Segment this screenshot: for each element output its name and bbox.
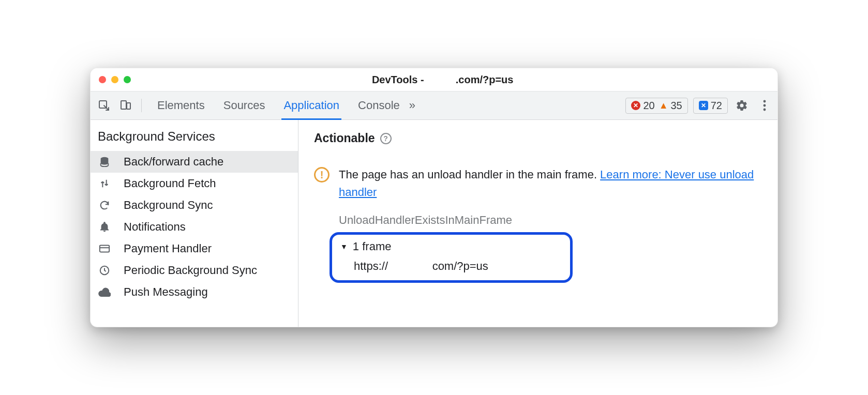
sidebar-item-notifications[interactable]: Notifications xyxy=(91,216,298,238)
window-titlebar: DevTools - .com/?p=us xyxy=(91,68,777,91)
inspect-element-icon[interactable] xyxy=(95,96,113,115)
zoom-window-button[interactable] xyxy=(124,76,131,83)
warning-message: The page has an unload handler in the ma… xyxy=(339,168,600,181)
warning-icon: ▲ xyxy=(659,100,668,111)
devtools-window: DevTools - .com/?p=us Elements Sources A… xyxy=(90,68,778,327)
svg-point-3 xyxy=(764,100,766,103)
section-title-text: Actionable xyxy=(314,131,375,145)
card-icon xyxy=(98,242,111,255)
sidebar-item-label: Periodic Background Sync xyxy=(124,264,257,277)
sidebar-section-title: Background Services xyxy=(91,125,298,151)
disclosure-triangle-icon: ▼ xyxy=(340,242,348,251)
issues-button[interactable]: ✕ 72 xyxy=(693,98,728,114)
panel-body: Background Services Back/forward cache B… xyxy=(91,120,777,327)
close-window-button[interactable] xyxy=(99,76,106,83)
svg-point-5 xyxy=(764,109,766,111)
cloud-icon xyxy=(98,285,111,299)
tab-console[interactable]: Console xyxy=(356,92,402,120)
help-icon[interactable]: ? xyxy=(380,133,392,144)
sidebar-item-push-messaging[interactable]: Push Messaging xyxy=(91,281,298,303)
more-tabs-icon[interactable]: » xyxy=(409,99,415,112)
warning-count: ▲ 35 xyxy=(659,100,682,112)
device-toolbar-icon[interactable] xyxy=(116,96,135,115)
warning-text: The page has an unload handler in the ma… xyxy=(339,166,762,201)
toolbar-right-group: ✕ 20 ▲ 35 ✕ 72 xyxy=(625,98,773,114)
database-icon xyxy=(98,155,111,169)
frames-summary-text: 1 frame xyxy=(353,240,392,253)
sidebar-item-label: Push Messaging xyxy=(124,285,208,299)
svg-point-4 xyxy=(764,104,766,107)
svg-rect-7 xyxy=(100,246,109,252)
reason-identifier: UnloadHandlerExistsInMainFrame xyxy=(339,214,762,227)
sidebar-item-payment-handler[interactable]: Payment Handler xyxy=(91,238,298,260)
tab-application[interactable]: Application xyxy=(281,92,341,120)
sidebar-item-label: Notifications xyxy=(124,220,186,234)
issues-icon: ✕ xyxy=(699,101,708,110)
error-count-value: 20 xyxy=(643,100,654,112)
console-counts-button[interactable]: ✕ 20 ▲ 35 xyxy=(625,98,687,114)
warning-circle-icon: ! xyxy=(314,167,330,183)
sidebar-item-background-fetch[interactable]: Background Fetch xyxy=(91,173,298,194)
section-title: Actionable ? xyxy=(314,131,762,145)
warning-row: ! The page has an unload handler in the … xyxy=(314,166,762,201)
frames-disclosure[interactable]: ▼ 1 frame xyxy=(340,240,560,253)
clock-icon xyxy=(98,264,111,277)
frames-highlight-box: ▼ 1 frame https:// com/?p=us xyxy=(330,232,573,283)
frame-url[interactable]: https:// com/?p=us xyxy=(354,260,560,273)
sync-icon xyxy=(98,199,111,212)
application-sidebar: Background Services Back/forward cache B… xyxy=(91,120,298,327)
sidebar-item-periodic-background-sync[interactable]: Periodic Background Sync xyxy=(91,260,298,281)
error-count: ✕ 20 xyxy=(631,100,654,112)
sidebar-item-label: Back/forward cache xyxy=(124,155,223,169)
svg-rect-1 xyxy=(121,101,126,109)
sidebar-item-back-forward-cache[interactable]: Back/forward cache xyxy=(91,151,298,173)
toolbar-separator xyxy=(141,99,142,112)
tab-elements[interactable]: Elements xyxy=(155,92,207,120)
warning-count-value: 35 xyxy=(671,100,682,112)
settings-icon[interactable] xyxy=(733,99,751,112)
error-icon: ✕ xyxy=(631,101,640,110)
issues-count-value: 72 xyxy=(711,100,722,112)
application-main-panel: Actionable ? ! The page has an unload ha… xyxy=(298,120,777,327)
minimize-window-button[interactable] xyxy=(111,76,118,83)
sidebar-item-background-sync[interactable]: Background Sync xyxy=(91,194,298,216)
panel-tabs: Elements Sources Application Console xyxy=(155,92,402,119)
tab-sources[interactable]: Sources xyxy=(221,92,267,120)
issues-count: ✕ 72 xyxy=(699,100,722,112)
svg-rect-2 xyxy=(127,103,130,109)
sidebar-item-label: Payment Handler xyxy=(124,242,212,255)
sidebar-item-label: Background Sync xyxy=(124,199,213,212)
bell-icon xyxy=(98,220,111,234)
more-options-icon[interactable] xyxy=(756,100,773,111)
updown-icon xyxy=(98,177,111,190)
traffic-lights xyxy=(99,76,131,83)
sidebar-item-label: Background Fetch xyxy=(124,177,216,190)
